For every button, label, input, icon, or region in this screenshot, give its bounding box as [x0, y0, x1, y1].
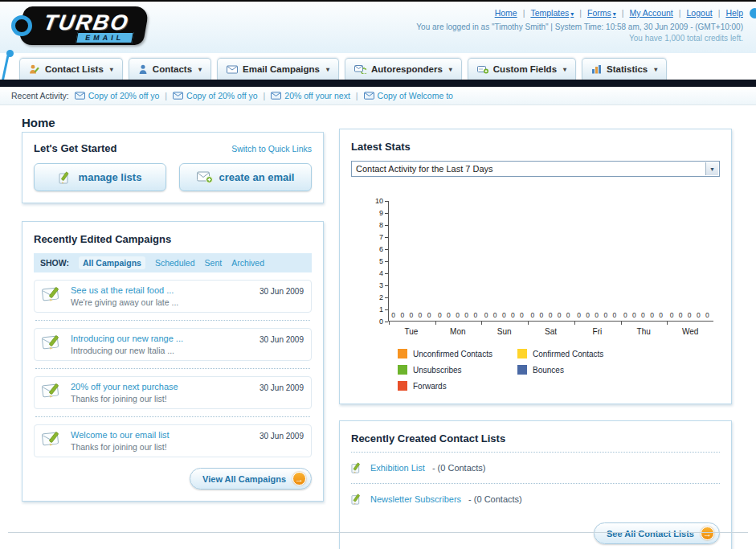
create-email-button[interactable]: create an email: [179, 163, 312, 191]
nav-my-account-link[interactable]: My Account: [630, 8, 673, 18]
see-all-contact-lists-button[interactable]: See All Contact Lists →: [594, 522, 720, 544]
legend-swatch-icon: [398, 349, 407, 358]
filter-archived[interactable]: Archived: [231, 258, 264, 268]
manage-lists-button[interactable]: manage lists: [34, 163, 166, 191]
envelope-plus-icon: [197, 171, 213, 183]
envelope-pencil-icon: [42, 334, 63, 351]
contact-list-row[interactable]: Exhibition List - (0 Contacts): [351, 459, 720, 477]
email-campaigns-icon: [227, 65, 238, 74]
campaign-title-link[interactable]: 20% off your next purchase: [71, 382, 251, 391]
recent-activity-link[interactable]: Copy of 20% off yo: [173, 91, 258, 100]
nav-forms-link[interactable]: Forms▾: [587, 8, 616, 18]
switch-quick-links[interactable]: Switch to Quick Links: [231, 144, 312, 154]
campaign-date: 30 Jun 2009: [259, 432, 304, 440]
nav-logout-link[interactable]: Logout: [687, 8, 713, 18]
tab-autoresponders[interactable]: Autoresponders ▾: [345, 58, 462, 80]
y-axis-tick-label: 2: [379, 293, 383, 301]
tab-custom-fields[interactable]: Custom Fields ▾: [468, 58, 576, 80]
tab-statistics[interactable]: Statistics ▾: [582, 58, 667, 80]
legend-item: Unsubscribes: [398, 365, 517, 375]
contact-activity-chart: 109876543210 0 0 0 0 00 0 0 0 00 0 0 0 0…: [372, 201, 713, 391]
view-all-campaigns-button[interactable]: View All Campaigns →: [190, 468, 312, 490]
campaign-row[interactable]: 20% off your next purchase Thanks for jo…: [34, 376, 312, 409]
recent-activity-link[interactable]: Copy of Welcome to: [364, 91, 453, 100]
nav-templates-label: Templates: [530, 8, 569, 18]
contact-list-link[interactable]: Newsletter Subscribers: [370, 494, 461, 504]
dotted-divider: [35, 368, 310, 369]
caret-down-icon: ▾: [654, 66, 657, 73]
tab-contact-lists[interactable]: Contact Lists ▾: [19, 58, 123, 80]
chart-x-label: Tue: [388, 327, 435, 336]
tab-label: Statistics: [607, 64, 648, 74]
select-arrow-icon: ▼: [705, 162, 718, 175]
separator: |: [718, 8, 721, 18]
chart-x-ticks: [389, 322, 713, 325]
corner-dot-icon: [750, 8, 756, 18]
header: TURBO EMAIL Home | Templates▾ | Forms▾ |…: [0, 3, 756, 53]
nav-forms-label: Forms: [587, 8, 611, 18]
tab-email-campaigns[interactable]: Email Campaigns ▾: [217, 58, 339, 80]
campaign-row[interactable]: Welcome to our email list Thanks for joi…: [34, 424, 312, 457]
campaigns-filter-bar: SHOW: All Campaigns Scheduled Sent Archi…: [34, 253, 312, 272]
separator: |: [622, 8, 624, 18]
latest-stats-title: Latest Stats: [351, 141, 411, 153]
chart-bar-group: 0 0 0 0 0: [435, 201, 482, 321]
logo[interactable]: TURBO EMAIL: [11, 6, 146, 45]
bar-value-labels: 0 0 0 0 0: [530, 311, 571, 321]
legend-swatch-icon: [517, 349, 527, 358]
y-axis-tick-label: 8: [379, 221, 383, 229]
tab-label: Contacts: [153, 64, 192, 74]
campaign-title-link[interactable]: Welcome to our email list: [71, 430, 251, 440]
caret-down-icon: ▾: [613, 10, 616, 18]
tab-contacts[interactable]: Contacts ▾: [129, 58, 211, 80]
legend-swatch-icon: [398, 365, 407, 375]
envelope-icon: [364, 92, 374, 100]
legend-swatch-icon: [398, 381, 407, 391]
page-title: Home: [22, 116, 55, 129]
y-axis-tick-label: 5: [379, 257, 383, 265]
bar-value-labels: 0 0 0 0 0: [484, 311, 525, 321]
dotted-divider: [351, 483, 720, 484]
bar-value-labels: 0 0 0 0 0: [623, 311, 664, 321]
chart-bar-group: 0 0 0 0 0: [574, 201, 621, 321]
filter-scheduled[interactable]: Scheduled: [155, 258, 195, 268]
tab-label: Autoresponders: [371, 64, 443, 74]
campaign-row[interactable]: Introducing our new range ... Introducin…: [34, 328, 312, 361]
campaign-row[interactable]: See us at the retail food ... We're givi…: [34, 280, 312, 313]
filter-all-campaigns[interactable]: All Campaigns: [79, 256, 145, 269]
y-axis-tick-label: 10: [375, 197, 383, 205]
nav-home-link[interactable]: Home: [495, 8, 517, 18]
recent-activity-link[interactable]: Copy of 20% off yo: [75, 91, 160, 100]
main-nav: Contact Lists ▾ Contacts ▾ Email Campaig…: [0, 55, 756, 80]
contact-list-link[interactable]: Exhibition List: [370, 463, 425, 473]
bar-value-labels: 0 0 0 0 0: [577, 311, 618, 321]
legend-item: Unconfirmed Contacts: [398, 349, 517, 358]
campaign-subtitle: Thanks for joining our list!: [71, 442, 251, 452]
campaign-date: 30 Jun 2009: [259, 287, 304, 296]
campaigns-title: Recently Edited Campaigns: [34, 233, 171, 245]
nav-help-link[interactable]: Help: [725, 8, 743, 18]
chart-bar-group: 0 0 0 0 0: [389, 201, 435, 321]
campaign-title-link[interactable]: See us at the retail food ...: [71, 285, 251, 295]
recent-activity-link[interactable]: 20% off your next: [271, 91, 350, 100]
contacts-icon: [138, 64, 148, 75]
get-started-panel: Let's Get Started Switch to Quick Links …: [22, 132, 324, 203]
contact-lists-panel: Recently Created Contact Lists Exhibitio…: [339, 420, 732, 549]
campaign-date: 30 Jun 2009: [259, 383, 304, 392]
bar-value-labels: 0 0 0 0 0: [438, 311, 479, 321]
campaign-title-link[interactable]: Introducing our new range ...: [71, 334, 251, 343]
filter-sent[interactable]: Sent: [205, 258, 223, 268]
caret-down-icon: ▾: [198, 66, 202, 73]
caret-down-icon: ▾: [449, 66, 452, 73]
y-axis-tick-label: 9: [379, 209, 383, 217]
pencil-paper-icon: [351, 462, 363, 473]
y-axis-tick-label: 4: [379, 269, 383, 277]
campaign-subtitle: Introducing our new Italia ...: [71, 346, 251, 355]
nav-templates-link[interactable]: Templates▾: [530, 8, 574, 18]
contact-list-row[interactable]: Newsletter Subscribers - (0 Contacts): [351, 490, 720, 508]
stats-period-select[interactable]: Contact Activity for the Last 7 Days ▼: [351, 161, 720, 177]
legend-swatch-icon: [517, 365, 527, 375]
envelope-icon: [173, 92, 183, 100]
chart-legend: Unconfirmed ContactsConfirmed ContactsUn…: [398, 349, 713, 391]
pencil-paper-icon: [351, 494, 363, 505]
